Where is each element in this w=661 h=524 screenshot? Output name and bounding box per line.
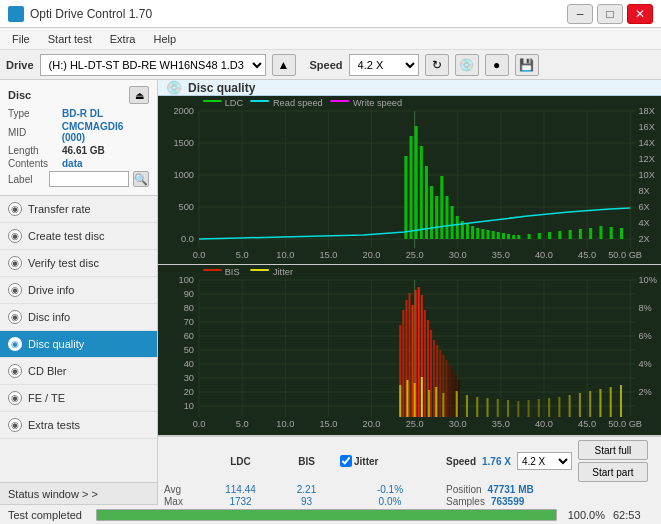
svg-rect-25 (445, 196, 448, 239)
fe-te-label: FE / TE (28, 392, 65, 404)
svg-rect-119 (449, 365, 451, 417)
svg-text:1000: 1000 (173, 170, 194, 180)
close-button[interactable]: ✕ (627, 4, 653, 24)
svg-text:5.0: 5.0 (236, 419, 249, 429)
disc-title: Disc (8, 89, 31, 101)
save-button[interactable]: 💾 (515, 54, 539, 76)
create-test-disc-icon: ◉ (8, 229, 22, 243)
content-header: 💿 Disc quality (158, 80, 661, 96)
label-input[interactable] (49, 171, 129, 187)
svg-text:50: 50 (184, 345, 194, 355)
svg-rect-77 (250, 100, 268, 102)
disc-button[interactable]: 💿 (455, 54, 479, 76)
disc-quality-label: Disc quality (28, 338, 84, 350)
svg-rect-22 (430, 186, 433, 239)
sidebar-item-create-test-disc[interactable]: ◉ Create test disc (0, 223, 157, 250)
label-btn[interactable]: 🔍 (133, 171, 149, 187)
jitter-checkbox[interactable] (340, 455, 352, 467)
svg-rect-146 (620, 385, 622, 417)
main-layout: Disc ⏏ Type BD-R DL MID CMCMAGDI6 (000) … (0, 80, 661, 504)
drive-info-icon: ◉ (8, 283, 22, 297)
svg-text:6%: 6% (638, 331, 651, 341)
svg-rect-32 (481, 229, 484, 239)
svg-rect-122 (458, 380, 460, 417)
progress-bar-container (96, 509, 557, 521)
speed-dropdown[interactable]: 4.2 X (517, 452, 572, 470)
type-label: Type (8, 108, 58, 119)
sidebar-item-fe-te[interactable]: ◉ FE / TE (0, 385, 157, 412)
jitter-header: Jitter (354, 456, 378, 467)
svg-rect-30 (471, 226, 474, 239)
sidebar-item-verify-test-disc[interactable]: ◉ Verify test disc (0, 250, 157, 277)
svg-text:10%: 10% (638, 275, 656, 285)
svg-rect-49 (620, 228, 623, 239)
status-text: Test completed (8, 509, 88, 521)
svg-rect-140 (558, 397, 560, 417)
svg-text:Write speed: Write speed (353, 98, 402, 108)
refresh-button[interactable]: ↻ (425, 54, 449, 76)
svg-rect-37 (507, 234, 510, 239)
sidebar-item-drive-info[interactable]: ◉ Drive info (0, 277, 157, 304)
menu-extra[interactable]: Extra (102, 31, 144, 47)
svg-text:10: 10 (184, 401, 194, 411)
speed-label: Speed (310, 59, 343, 71)
svg-rect-34 (492, 231, 495, 239)
status-window[interactable]: Status window > > (0, 482, 157, 504)
svg-text:15.0: 15.0 (319, 419, 337, 429)
speed-select[interactable]: 4.2 X (349, 54, 419, 76)
sidebar-item-disc-quality[interactable]: ◉ Disc quality (0, 331, 157, 358)
title-bar: Opti Drive Control 1.70 – □ ✕ (0, 0, 661, 28)
menu-help[interactable]: Help (145, 31, 184, 47)
speed-stat-label: Speed (446, 456, 476, 467)
svg-text:10.0: 10.0 (276, 419, 294, 429)
svg-text:8X: 8X (638, 186, 649, 196)
start-full-button[interactable]: Start full (578, 440, 648, 460)
cd-bler-label: CD Bler (28, 365, 67, 377)
svg-text:25.0: 25.0 (406, 419, 424, 429)
svg-text:70: 70 (184, 317, 194, 327)
samples-label: Samples (446, 496, 485, 507)
disc-type-row: Type BD-R DL (8, 108, 149, 119)
svg-text:45.0: 45.0 (578, 250, 596, 260)
sidebar-item-extra-tests[interactable]: ◉ Extra tests (0, 412, 157, 439)
disc-info-icon: ◉ (8, 310, 22, 324)
start-part-button[interactable]: Start part (578, 462, 648, 482)
svg-rect-138 (538, 399, 540, 417)
label-label: Label (8, 174, 45, 185)
svg-text:10X: 10X (638, 170, 654, 180)
sidebar-item-transfer-rate[interactable]: ◉ Transfer rate (0, 196, 157, 223)
fe-te-icon: ◉ (8, 391, 22, 405)
svg-rect-132 (476, 397, 478, 417)
svg-rect-104 (402, 310, 404, 417)
svg-text:18X: 18X (638, 106, 654, 116)
svg-text:20.0: 20.0 (363, 250, 381, 260)
type-value: BD-R DL (62, 108, 103, 119)
svg-rect-26 (451, 206, 454, 239)
stats-header-row: LDC BIS Jitter Speed 1.76 X 4.2 X Start … (164, 440, 655, 482)
minimize-button[interactable]: – (567, 4, 593, 24)
svg-text:14X: 14X (638, 138, 654, 148)
svg-rect-120 (452, 370, 454, 417)
menu-start-test[interactable]: Start test (40, 31, 100, 47)
burn-button[interactable]: ● (485, 54, 509, 76)
drive-bar: Drive (H:) HL-DT-ST BD-RE WH16NS48 1.D3 … (0, 50, 661, 80)
svg-text:15.0: 15.0 (319, 250, 337, 260)
maximize-button[interactable]: □ (597, 4, 623, 24)
start-buttons: Start full Start part (578, 440, 648, 482)
menu-file[interactable]: File (4, 31, 38, 47)
title-bar-controls[interactable]: – □ ✕ (567, 4, 653, 24)
disc-info-label: Disc info (28, 311, 70, 323)
max-label: Max (164, 496, 202, 507)
drive-select[interactable]: (H:) HL-DT-ST BD-RE WH16NS48 1.D3 (40, 54, 266, 76)
disc-eject-btn[interactable]: ⏏ (129, 86, 149, 104)
sidebar-item-disc-info[interactable]: ◉ Disc info (0, 304, 157, 331)
samples-value: 763599 (491, 496, 524, 507)
ldc-header: LDC (208, 456, 273, 467)
progress-bar-fill (97, 510, 556, 520)
svg-rect-20 (420, 146, 423, 239)
svg-text:6X: 6X (638, 202, 649, 212)
sidebar-item-cd-bler[interactable]: ◉ CD Bler (0, 358, 157, 385)
eject-button[interactable]: ▲ (272, 54, 296, 76)
svg-rect-44 (569, 230, 572, 239)
disc-quality-header-icon: 💿 (166, 80, 182, 95)
